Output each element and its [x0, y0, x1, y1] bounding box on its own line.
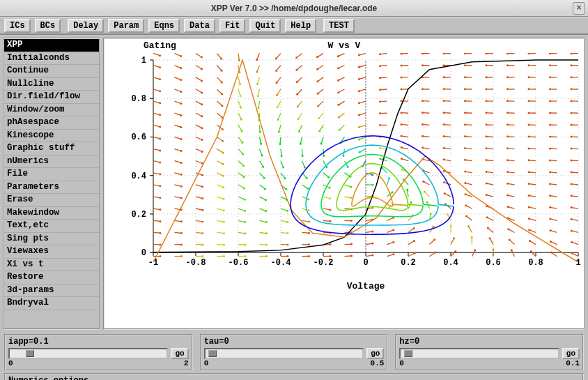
help-button[interactable]: Help [285, 19, 316, 33]
svg-point-689 [506, 135, 509, 137]
svg-line-1057 [358, 202, 360, 203]
svg-line-1014 [387, 208, 391, 209]
param-slider[interactable] [204, 348, 364, 359]
svg-line-676 [508, 207, 515, 209]
svg-line-1060 [364, 199, 366, 199]
svg-point-779 [571, 241, 573, 243]
svg-point-451 [358, 54, 360, 56]
svg-line-262 [258, 101, 259, 108]
svg-point-515 [401, 100, 403, 102]
svg-point-659 [486, 100, 488, 102]
svg-line-354 [323, 197, 330, 199]
plot-area[interactable]: Gating W vs V -1-0.8-0.6-0.4-0.200.20.40… [103, 38, 585, 330]
svg-point-373 [317, 93, 319, 95]
sidebar-item-file[interactable]: File [4, 168, 99, 181]
svg-point-229 [240, 95, 242, 97]
svg-line-144 [196, 161, 202, 164]
delay-button[interactable]: Delay [68, 19, 104, 33]
param-slider[interactable] [8, 348, 168, 359]
svg-point-193 [221, 93, 223, 95]
sidebar-item-sing-pts[interactable]: Sing pts [4, 233, 99, 246]
svg-point-159 [201, 79, 203, 82]
sidebar-item-parameters[interactable]: Parameters [4, 181, 99, 195]
svg-point-523 [401, 53, 403, 54]
sidebar-item-graphic-stuff[interactable]: Graphic stuff [4, 142, 99, 155]
svg-line-996 [336, 201, 337, 204]
svg-point-577 [443, 158, 445, 160]
param-slider[interactable] [399, 348, 559, 359]
svg-line-180 [217, 161, 224, 165]
param-button[interactable]: Param [108, 19, 144, 33]
svg-line-897 [321, 222, 327, 224]
svg-line-1036 [372, 173, 375, 174]
svg-line-916 [438, 206, 438, 211]
svg-point-319 [307, 198, 309, 200]
param-label: iapp=0.1 [8, 337, 189, 347]
sidebar-item-phasespace[interactable]: phAsespace [4, 116, 99, 130]
go-button[interactable]: go [366, 348, 384, 359]
svg-point-455 [392, 241, 394, 243]
svg-point-775 [549, 53, 551, 54]
sidebar-item-dir-field-flow[interactable]: Dir.field/flow [4, 91, 99, 104]
sidebar-item-kinescope[interactable]: Kinescope [4, 130, 99, 143]
svg-line-837 [291, 197, 291, 204]
svg-line-829 [327, 145, 335, 150]
sidebar-item-xpp[interactable]: XPP [4, 39, 99, 52]
sidebar-item-xi-vs-t[interactable]: Xi vs t [4, 259, 99, 272]
go-button[interactable]: go [562, 348, 580, 359]
bcs-button[interactable]: BCs [35, 19, 61, 33]
sidebar-item-3d-params[interactable]: 3d-params [4, 284, 99, 298]
sidebar-item-erase[interactable]: Erase [4, 194, 99, 207]
sidebar-item-numerics[interactable]: nUmerics [4, 155, 99, 169]
svg-point-137 [201, 209, 203, 211]
sidebar-item-restore[interactable]: Restore [4, 271, 99, 284]
sidebar-item-viewaxes[interactable]: Viewaxes [4, 245, 99, 259]
svg-point-205 [244, 232, 246, 234]
data-button[interactable]: Data [184, 19, 215, 33]
svg-point-725 [528, 135, 530, 137]
svg-line-408 [339, 89, 345, 93]
sidebar-item-nullcline[interactable]: Nullcline [4, 78, 99, 91]
svg-line-814 [449, 185, 451, 192]
svg-point-267 [256, 83, 258, 85]
sidebar-item-continue[interactable]: Continue [4, 65, 99, 78]
sidebar-item-text-etc[interactable]: Text,etc [4, 220, 99, 233]
svg-point-321 [307, 188, 309, 190]
svg-line-1065 [376, 198, 378, 199]
svg-point-531 [430, 213, 432, 215]
svg-text:0.4: 0.4 [131, 172, 146, 181]
sidebar-item-initialconds[interactable]: Initialconds [4, 52, 99, 66]
svg-point-793 [571, 160, 573, 162]
sidebar-item-makewindow[interactable]: Makewindow [4, 207, 99, 220]
svg-line-168 [217, 232, 224, 233]
eqns-button[interactable]: Eqns [148, 19, 180, 33]
svg-line-890 [306, 198, 307, 203]
titlebar: XPP Ver 7.0 >> /home/dpdoughe/lecar.ode … [0, 0, 588, 17]
svg-line-988 [353, 170, 356, 174]
sidebar-item-bndryval[interactable]: Bndryval [4, 297, 99, 310]
svg-point-545 [421, 135, 424, 137]
svg-point-71 [159, 173, 161, 175]
svg-point-409 [337, 91, 339, 93]
go-button[interactable]: go [171, 348, 188, 359]
svg-point-415 [337, 55, 339, 57]
sidebar-item-window-zoom[interactable]: Window/zoom [4, 104, 99, 117]
svg-point-449 [358, 66, 360, 68]
svg-point-453 [393, 253, 395, 255]
svg-line-1040 [363, 176, 365, 178]
svg-point-317 [308, 209, 310, 211]
svg-point-491 [413, 240, 415, 242]
svg-line-188 [217, 113, 223, 117]
svg-point-783 [571, 218, 573, 220]
svg-point-809 [571, 64, 573, 66]
svg-line-992 [341, 185, 343, 190]
svg-line-1068 [383, 201, 385, 202]
close-button[interactable]: × [573, 2, 585, 15]
svg-line-820 [410, 146, 419, 151]
fit-button[interactable]: Fit [219, 19, 246, 33]
ics-button[interactable]: ICs [4, 19, 31, 33]
svg-text:0.6: 0.6 [486, 258, 501, 268]
svg-point-407 [337, 104, 339, 106]
quit-button[interactable]: Quit [249, 19, 281, 33]
test-button[interactable]: TEST [323, 19, 355, 33]
